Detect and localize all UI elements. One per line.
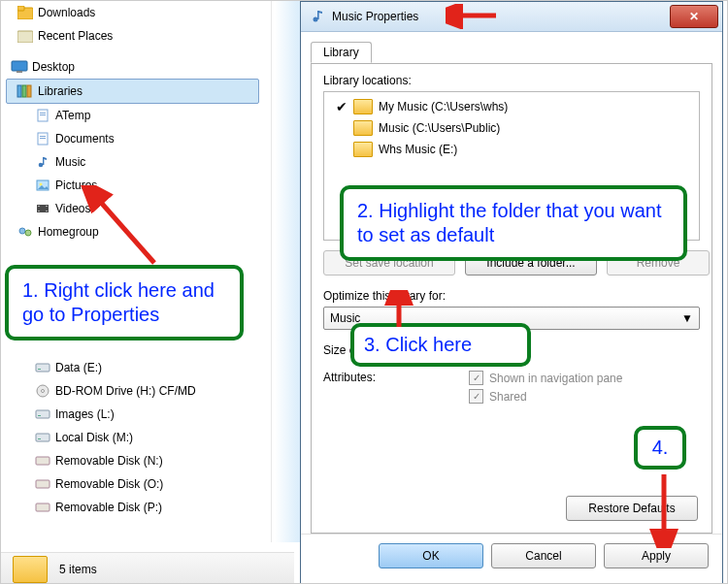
svg-rect-4 <box>17 71 22 73</box>
nav-item-label: Music <box>55 155 85 169</box>
drive-icon <box>34 429 51 446</box>
svg-rect-25 <box>36 364 50 372</box>
library-music-icon <box>34 153 51 171</box>
nav-item-drive-o[interactable]: Removable Disk (O:) <box>7 472 259 496</box>
nav-item-label: Removable Disk (N:) <box>55 454 163 468</box>
svg-point-14 <box>39 163 44 168</box>
restore-defaults-button[interactable]: Restore Defaults <box>566 496 698 521</box>
checkbox-shown-nav[interactable]: ✓ <box>469 371 483 385</box>
annotation-step4: 4. <box>634 426 686 470</box>
location-row[interactable]: Whs Music (E:) <box>324 139 699 160</box>
nav-item-libraries[interactable]: Libraries <box>6 79 259 104</box>
folder-icon <box>353 142 373 157</box>
tab-label: Library <box>323 46 359 59</box>
nav-item-drive-e[interactable]: Data (E:) <box>7 356 259 379</box>
nav-item-label: Downloads <box>38 6 95 19</box>
location-label: Music (C:\Users\Public) <box>379 121 500 135</box>
library-video-icon <box>34 200 51 217</box>
svg-rect-34 <box>36 480 50 488</box>
svg-point-23 <box>19 228 25 234</box>
svg-rect-21 <box>46 206 48 207</box>
chevron-down-icon: ▼ <box>681 311 693 325</box>
nav-item-drive-l[interactable]: Images (L:) <box>7 403 259 426</box>
pane-divider[interactable] <box>271 1 272 542</box>
svg-rect-6 <box>22 85 26 97</box>
location-row[interactable]: ✔ My Music (C:\Users\whs) <box>324 96 699 117</box>
drive-icon <box>34 359 51 376</box>
attributes-label: Attributes: <box>323 371 469 407</box>
nav-item-label: Images (L:) <box>55 407 115 421</box>
nav-item-label: Videos <box>55 202 90 215</box>
button-label: Cancel <box>525 549 561 563</box>
nav-item-drive-p[interactable]: Removable Disk (P:) <box>7 496 259 519</box>
nav-item-label: Local Disk (M:) <box>55 431 133 444</box>
library-doc-icon <box>34 107 51 124</box>
nav-item-homegroup[interactable]: Homegroup <box>7 220 259 243</box>
libraries-icon <box>17 82 34 100</box>
svg-rect-22 <box>46 211 48 211</box>
svg-rect-13 <box>40 138 46 139</box>
nav-item-label: Removable Disk (O:) <box>55 477 163 491</box>
removable-icon <box>34 499 51 516</box>
nav-item-drive-h[interactable]: BD-ROM Drive (H:) CF/MD <box>7 379 259 403</box>
desktop-icon <box>11 58 28 76</box>
svg-rect-12 <box>40 136 46 137</box>
folder-blue-icon <box>17 4 34 21</box>
location-label: Whs Music (E:) <box>379 143 457 156</box>
nav-item-drive-m[interactable]: Local Disk (M:) <box>7 426 259 449</box>
dialog-title: Music Properties <box>332 10 670 23</box>
dialog-titlebar[interactable]: Music Properties ✕ <box>301 2 722 32</box>
ok-button[interactable]: OK <box>379 543 483 568</box>
svg-point-24 <box>25 230 31 236</box>
svg-rect-5 <box>17 85 21 97</box>
svg-point-28 <box>42 390 45 393</box>
svg-rect-29 <box>36 410 50 418</box>
apply-button[interactable]: Apply <box>604 543 709 568</box>
nav-item-downloads[interactable]: Downloads <box>7 1 259 24</box>
nav-item-lib-documents[interactable]: Documents <box>7 127 259 150</box>
nav-item-drive-n[interactable]: Removable Disk (N:) <box>7 449 259 472</box>
nav-item-label: Pictures <box>55 178 97 192</box>
removable-icon <box>34 452 51 470</box>
annotation-step2: 2. Highlight the folder that you want to… <box>340 185 687 261</box>
properties-dialog: Music Properties ✕ Library Library locat… <box>300 1 723 584</box>
status-text: 5 items <box>59 563 97 576</box>
default-check-icon: ✔ <box>330 99 353 114</box>
annotation-step3: 3. Click here <box>350 323 531 367</box>
checkbox-shared[interactable]: ✓ <box>469 389 483 404</box>
cancel-button[interactable]: Cancel <box>491 543 596 568</box>
removable-icon <box>34 475 51 493</box>
nav-item-label: Desktop <box>32 60 75 74</box>
library-picture-icon <box>34 177 51 194</box>
button-label: Apply <box>642 549 671 563</box>
attr-text: Shared <box>489 390 527 404</box>
nav-item-desktop[interactable]: Desktop <box>7 55 259 79</box>
nav-item-label: ATemp <box>55 109 90 122</box>
tab-strip: Library <box>311 40 712 64</box>
svg-rect-19 <box>38 206 40 207</box>
nav-item-label: Data (E:) <box>55 361 102 374</box>
folder-icon <box>353 120 373 136</box>
nav-item-recent[interactable]: Recent Places <box>7 24 259 48</box>
nav-item-label: Homegroup <box>38 225 99 239</box>
drive-icon <box>34 406 51 423</box>
attr-text: Shown in navigation pane <box>489 372 622 385</box>
folder-icon <box>353 99 373 114</box>
tab-library[interactable]: Library <box>311 42 372 63</box>
nav-item-lib-pictures[interactable]: Pictures <box>7 174 259 197</box>
button-label: OK <box>422 549 439 563</box>
svg-rect-3 <box>12 61 27 71</box>
location-row[interactable]: Music (C:\Users\Public) <box>324 117 699 139</box>
nav-item-lib-videos[interactable]: Videos <box>7 197 259 220</box>
dialog-footer: OK Cancel Apply <box>301 534 722 577</box>
nav-item-lib-music[interactable]: Music <box>7 150 259 174</box>
nav-item-label: BD-ROM Drive (H:) CF/MD <box>55 384 196 398</box>
svg-rect-1 <box>17 6 24 11</box>
homegroup-icon <box>17 223 34 241</box>
svg-rect-2 <box>17 31 33 43</box>
svg-rect-33 <box>36 457 50 465</box>
close-button[interactable]: ✕ <box>670 5 718 28</box>
nav-item-lib-atemp[interactable]: ATemp <box>7 104 259 127</box>
status-folder-icon <box>13 556 48 583</box>
nav-item-label: Recent Places <box>38 29 113 43</box>
